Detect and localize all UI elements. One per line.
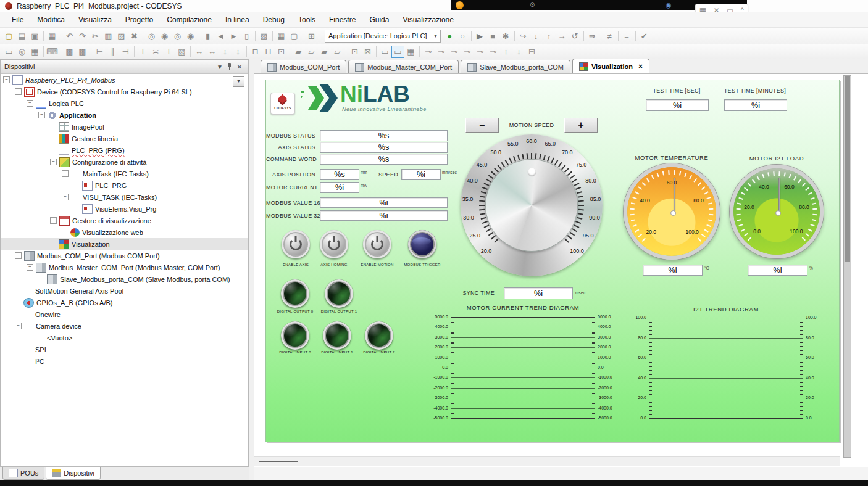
project-dropdown-icon[interactable]: ▼ (233, 76, 244, 87)
motion-speed-knob[interactable]: 20.025.030.035.040.045.050.055.060.065.0… (461, 134, 603, 276)
tree-item-slave-modbus-porta-com-slave-modbus-porta-com[interactable]: Slave_Modbus_porta_COM (Slave Modbus, po… (1, 273, 248, 285)
align-middle-icon[interactable]: ≍ (149, 46, 162, 58)
align-center-icon[interactable]: ∥ (106, 46, 119, 58)
horizontal-scrollbar[interactable] (254, 456, 840, 466)
tree-item-visu-task-iec-tasks[interactable]: −VISU_TASK (IEC-Tasks) (1, 191, 248, 203)
tree-expander-icon[interactable]: − (15, 323, 22, 329)
ungroup-icon[interactable]: ⊠ (361, 46, 374, 58)
zoom-visualization-icon[interactable]: ◎ (15, 46, 28, 58)
scrollbar-thumb[interactable] (259, 461, 298, 462)
bookmark-toggle-icon[interactable]: ▮ (201, 30, 214, 42)
tree-item-gestore-di-visualizzazione[interactable]: −Gestore di visualizzazione (1, 215, 248, 226)
anchor-center-icon[interactable]: ⊡ (275, 46, 288, 58)
stop-icon[interactable]: ■ (486, 30, 499, 42)
tree-item-application[interactable]: −Application (1, 109, 248, 121)
login-icon[interactable]: ● (443, 30, 456, 42)
editor-tab-modbus-master-com-port[interactable]: Modbus_Master_COM_Port (348, 60, 459, 73)
step-out-icon[interactable]: ↑ (543, 30, 556, 42)
group-icon[interactable]: ⊡ (348, 46, 361, 58)
scrollbar-thumb[interactable] (845, 76, 850, 262)
visu-styles-icon[interactable]: ▩ (76, 46, 89, 58)
write-values-icon[interactable]: ≠ (603, 30, 616, 42)
align-right-icon[interactable]: ⊣ (119, 46, 132, 58)
frame-on-icon[interactable]: ▭ (391, 46, 404, 58)
save-project-icon[interactable]: ▣ (28, 30, 41, 42)
bottom-tab-dispositivi[interactable]: Dispositivi (46, 467, 101, 480)
element-list-icon[interactable]: ▦ (28, 46, 41, 58)
visu-dialogs-icon[interactable]: ▩ (63, 46, 76, 58)
tree-item-plc-prg-prg[interactable]: PLC_PRG (PRG) (1, 144, 248, 156)
copy-icon[interactable]: ▥ (102, 30, 115, 42)
tree-item-device-codesys-control-for-raspberry-pi-64-sl[interactable]: −Device (CODESYS Control for Raspberry P… (1, 86, 248, 97)
same-size-icon[interactable]: ↕ (232, 46, 244, 58)
logout-icon[interactable]: ○ (456, 30, 469, 42)
menu-file[interactable]: File (5, 14, 30, 26)
new-object-icon[interactable]: ▢ (288, 30, 301, 42)
tree-item-gpios-a-b-gpios-a-b[interactable]: GPIOs_A_B (GPIOs A/B) (1, 297, 248, 308)
replace-in-project-icon[interactable]: ◉ (184, 30, 197, 42)
editor-tab-visualization[interactable]: Visualization× (572, 59, 649, 73)
bring-forward-icon[interactable]: ▰ (318, 46, 331, 58)
tree-expander-icon[interactable]: − (50, 217, 57, 224)
speed-increase-button[interactable]: + (564, 118, 598, 133)
axis-homing-button[interactable] (320, 230, 348, 258)
connector-box-icon[interactable]: ⊸ (448, 46, 461, 58)
run-to-cursor-icon[interactable]: → (556, 30, 569, 42)
menu-debug[interactable]: Debug (256, 14, 291, 26)
tree-expander-icon[interactable]: − (50, 159, 57, 165)
tree-expander-icon[interactable]: − (27, 100, 33, 107)
frame-off-icon[interactable]: ▭ (378, 46, 391, 58)
paste-icon[interactable]: ▨ (115, 30, 128, 42)
tree-expander-icon[interactable]: − (15, 252, 22, 259)
pin-icon[interactable] (225, 62, 235, 72)
tree-item-modbus-com-port-modbus-com-port[interactable]: −Modbus_COM_Port (Modbus COM Port) (1, 250, 248, 262)
connector-box-alt-icon[interactable]: ⊸ (461, 46, 474, 58)
paste-special-icon[interactable]: ▨ (257, 30, 270, 42)
editor-tab-modbus-com-port[interactable]: Modbus_COM_Port (261, 60, 346, 73)
tree-item-logica-plc[interactable]: −Logica PLC (1, 97, 248, 109)
send-to-back-icon[interactable]: ▱ (305, 46, 318, 58)
menu-guida[interactable]: Guida (362, 14, 396, 26)
connector-multi-icon[interactable]: ⊸ (486, 46, 499, 58)
menu-visualizza[interactable]: Visualizza (72, 14, 119, 26)
step-over-icon[interactable]: ↪ (517, 30, 530, 42)
anchor-height-icon[interactable]: ⊓ (249, 46, 262, 58)
tree-expander-icon[interactable]: − (62, 170, 69, 177)
tree-item-maintask-iec-tasks[interactable]: −MainTask (IEC-Tasks) (1, 168, 248, 179)
tree-expander-icon[interactable]: − (3, 76, 10, 83)
tree-expander-icon[interactable]: − (62, 194, 69, 200)
bookmarks-clear-icon[interactable]: ▯ (240, 30, 253, 42)
exit-nested-icon[interactable]: ⊟ (525, 46, 538, 58)
menu-progetto[interactable]: Progetto (119, 14, 160, 26)
bring-to-front-icon[interactable]: ▰ (292, 46, 305, 58)
equal-vertical-spacing-icon[interactable]: ↕ (219, 46, 232, 58)
connector-corner-icon[interactable]: ⊸ (435, 46, 448, 58)
new-project-icon[interactable]: ▢ (2, 30, 15, 42)
equal-horizontal-spacing-icon[interactable]: ↔ (206, 46, 219, 58)
bookmark-previous-icon[interactable]: ◄ (214, 30, 227, 42)
bookmark-next-icon[interactable]: ► (227, 30, 240, 42)
show-next-statement-icon[interactable]: ⇒ (586, 30, 599, 42)
tree-item-gestore-libreria[interactable]: Gestore libreria (1, 133, 248, 144)
tree-item-imagepool[interactable]: ImagePool (1, 121, 248, 133)
move-down-icon[interactable]: ↓ (512, 46, 525, 58)
menu-modifica[interactable]: Modifica (30, 14, 72, 26)
send-backward-icon[interactable]: ▱ (331, 46, 344, 58)
tree-item-softmotion-general-axis-pool[interactable]: SoftMotion General Axis Pool (1, 285, 248, 297)
find-icon[interactable]: ◎ (145, 30, 158, 42)
print-icon[interactable]: ▦ (46, 30, 59, 42)
menu-compilazione[interactable]: Compilazione (160, 14, 219, 26)
close-tab-icon[interactable]: × (638, 62, 643, 71)
tree-item-modbus-master-com-port-modbus-master-com-port[interactable]: −Modbus_Master_COM_Port (Modbus Master, … (1, 262, 248, 273)
delete-icon[interactable]: ✖ (128, 30, 141, 42)
frame-grid-icon[interactable]: ▦ (404, 46, 417, 58)
tree-item-vuoto[interactable]: <Vuoto> (1, 332, 248, 344)
align-bottom-icon[interactable]: ⊥ (162, 46, 175, 58)
menu-finestre[interactable]: Finestre (322, 14, 362, 26)
find-in-project-icon[interactable]: ◎ (171, 30, 184, 42)
enable-axis-button[interactable] (282, 230, 310, 258)
codesys-logo-button[interactable]: CODESYS (270, 93, 295, 115)
reset-warm-icon[interactable]: ↺ (569, 30, 582, 42)
tree-item-spi[interactable]: SPI (1, 344, 248, 355)
grid-settings-icon[interactable]: ▦ (275, 30, 288, 42)
